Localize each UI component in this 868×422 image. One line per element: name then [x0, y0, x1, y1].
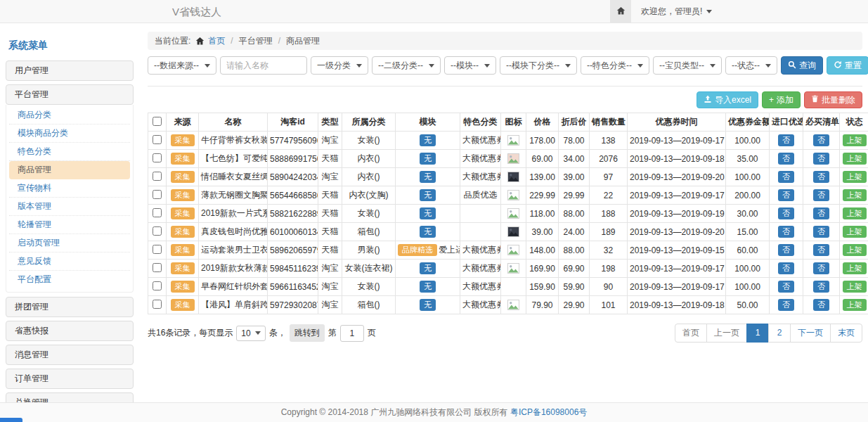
status-badge[interactable]: 上架	[843, 207, 867, 219]
status-badge[interactable]: 上架	[843, 262, 867, 274]
sidebar-group-6[interactable]: 兑换管理	[6, 392, 134, 402]
import-excel-button[interactable]: 导入excel	[697, 91, 758, 108]
import-optional-toggle[interactable]: 否	[778, 171, 794, 183]
filter-select-7[interactable]: --宝贝类型--	[653, 56, 722, 75]
pager: 首页上一页12下一页末页	[675, 324, 862, 343]
sidebar-item[interactable]: 版本管理	[9, 198, 130, 216]
import-optional-toggle[interactable]: 否	[778, 226, 794, 238]
must-buy-toggle[interactable]: 否	[813, 134, 829, 146]
pager-prev[interactable]: 上一页	[706, 324, 747, 343]
sidebar-item[interactable]: 平台配置	[9, 271, 130, 289]
name-search-input[interactable]	[220, 56, 307, 75]
sidebar-item[interactable]: 轮播管理	[9, 216, 130, 234]
status-badge[interactable]: 上架	[843, 153, 867, 165]
pager-page-2[interactable]: 2	[768, 324, 791, 343]
sidebar-item[interactable]: 商品分类	[9, 106, 130, 124]
select-all-checkbox[interactable]	[153, 117, 162, 126]
row-checkbox[interactable]	[153, 263, 162, 272]
sidebar-group-0[interactable]: 用户管理	[6, 60, 134, 81]
status-badge[interactable]: 上架	[843, 244, 867, 256]
product-type: 天猫	[318, 223, 342, 241]
header-cell: 所属分类	[342, 113, 396, 132]
sidebar-submenu: 商品分类模块商品分类特色分类商品管理宣传物料版本管理轮播管理启动页管理意见反馈平…	[6, 105, 134, 293]
pager-page-1[interactable]: 1	[746, 324, 769, 343]
must-buy-toggle[interactable]: 否	[813, 299, 829, 311]
per-page-select[interactable]: 10	[236, 326, 265, 341]
pager-next[interactable]: 下一页	[790, 324, 831, 343]
row-checkbox[interactable]	[153, 208, 162, 217]
welcome-text: 欢迎您，管理员!	[641, 6, 702, 18]
feature-category: 大额优惠券	[460, 241, 501, 260]
pager-first[interactable]: 首页	[675, 324, 707, 343]
must-buy-toggle[interactable]: 否	[813, 244, 829, 256]
import-optional-toggle[interactable]: 否	[778, 189, 794, 201]
row-checkbox[interactable]	[153, 190, 162, 199]
home-button[interactable]	[610, 0, 631, 23]
status-badge[interactable]: 上架	[843, 299, 867, 311]
status-badge[interactable]: 上架	[843, 171, 867, 183]
page-number-input[interactable]	[340, 325, 364, 342]
module-badge: 无	[420, 281, 436, 293]
import-optional-toggle[interactable]: 否	[778, 262, 794, 274]
sidebar-group-1[interactable]: 平台管理	[6, 84, 134, 105]
jump-button[interactable]: 跳转到	[290, 324, 325, 342]
import-optional-toggle[interactable]: 否	[778, 281, 794, 293]
icp-link[interactable]: 粤ICP备16098006号	[510, 407, 587, 417]
must-buy-toggle[interactable]: 否	[813, 171, 829, 183]
sidebar-item-active[interactable]: 商品管理	[9, 161, 130, 179]
status-badge[interactable]: 上架	[843, 189, 867, 201]
filter-select-2[interactable]: 一级分类	[311, 56, 368, 75]
import-optional-toggle[interactable]: 否	[778, 134, 794, 146]
filter-select-5[interactable]: --模块下分类--	[500, 56, 577, 75]
status-badge[interactable]: 上架	[843, 226, 867, 238]
import-optional-toggle[interactable]: 否	[778, 153, 794, 165]
must-buy-toggle[interactable]: 否	[813, 226, 829, 238]
filter-select-4[interactable]: --模块--	[444, 56, 496, 75]
row-checkbox[interactable]	[153, 135, 162, 144]
sidebar-item[interactable]: 启动页管理	[9, 234, 130, 252]
sidebar-group-2[interactable]: 拼团管理	[6, 297, 134, 317]
filter-select-8[interactable]: --状态--	[725, 56, 777, 75]
sidebar-item[interactable]: 模块商品分类	[9, 124, 130, 143]
breadcrumb-home-link[interactable]: 首页	[208, 32, 225, 50]
filter-select-3[interactable]: --二级分类--	[372, 56, 441, 75]
must-buy-toggle[interactable]: 否	[813, 153, 829, 165]
must-buy-toggle[interactable]: 否	[813, 262, 829, 274]
sales-count: 22	[590, 186, 628, 205]
filter-select-0[interactable]: --数据来源--	[148, 56, 216, 75]
import-optional-toggle[interactable]: 否	[778, 207, 794, 219]
source-badge: 采集	[171, 226, 195, 238]
import-optional-toggle[interactable]: 否	[778, 299, 794, 311]
reset-button[interactable]: 重置	[827, 56, 868, 75]
sidebar-group-4[interactable]: 消息管理	[6, 345, 134, 365]
search-button[interactable]: 查询	[781, 56, 823, 75]
status-badge[interactable]: 上架	[843, 134, 867, 146]
product-type: 淘宝	[318, 132, 342, 150]
must-buy-toggle[interactable]: 否	[813, 281, 829, 293]
sidebar-group-3[interactable]: 省惠快报	[6, 321, 134, 341]
status-badge[interactable]: 上架	[843, 281, 867, 293]
sidebar-item[interactable]: 特色分类	[9, 143, 130, 161]
price: 229.99	[526, 186, 559, 205]
must-buy-toggle[interactable]: 否	[813, 207, 829, 219]
breadcrumb-item: 平台管理	[239, 32, 273, 50]
pager-last[interactable]: 末页	[830, 324, 862, 343]
row-checkbox[interactable]	[153, 281, 162, 290]
batch-delete-button[interactable]: 批量删除	[804, 91, 862, 108]
user-dropdown[interactable]: 欢迎您，管理员!	[631, 0, 722, 23]
module-badge: 无	[420, 226, 436, 238]
import-optional-toggle[interactable]: 否	[778, 244, 794, 256]
row-checkbox[interactable]	[153, 172, 162, 181]
header-cell: 名称	[199, 113, 268, 132]
row-checkbox[interactable]	[153, 153, 162, 162]
sidebar-item[interactable]: 意见反馈	[9, 252, 130, 271]
must-buy-toggle[interactable]: 否	[813, 189, 829, 201]
sidebar-item[interactable]: 宣传物料	[9, 179, 130, 198]
row-checkbox[interactable]	[153, 300, 162, 309]
sidebar-group-5[interactable]: 订单管理	[6, 369, 134, 389]
filter-select-6[interactable]: --特色分类--	[581, 56, 649, 75]
taoke-id: 598451162391	[268, 260, 318, 278]
row-checkbox[interactable]	[153, 226, 162, 236]
add-button[interactable]: + 添加	[762, 91, 801, 108]
row-checkbox[interactable]	[153, 245, 162, 254]
